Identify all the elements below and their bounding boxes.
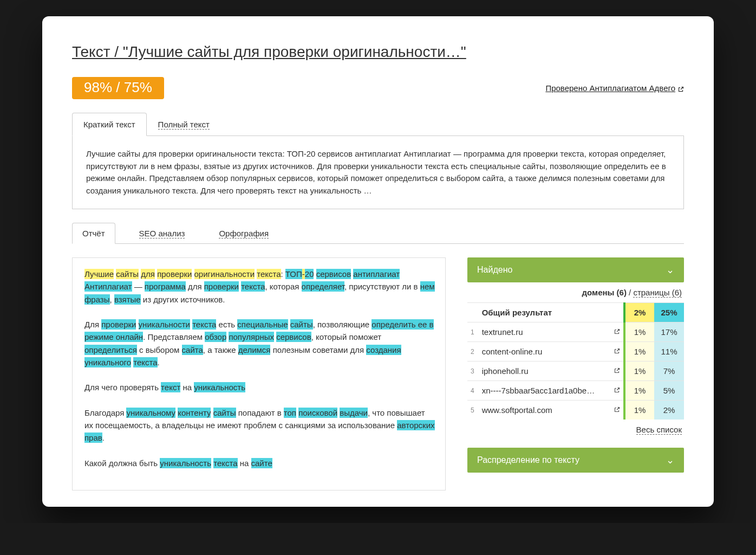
table-row[interactable]: 1textrunet.ru1%17%	[467, 322, 684, 342]
table-row[interactable]: 2content-online.ru1%11%	[467, 342, 684, 362]
row-domain: content-online.ru	[479, 342, 610, 362]
row-p2: 5%	[654, 381, 684, 401]
found-table: Общий результат 2% 25% 1textrunet.ru1%17…	[467, 302, 684, 420]
score-row: 98% / 75% Проверено Антиплагиатом Адвего	[72, 77, 684, 99]
domains-filter[interactable]: домены (6)	[582, 288, 627, 297]
row-index: 5	[467, 401, 479, 420]
row-p1: 1%	[624, 381, 654, 401]
dist-title: Распределение по тексту	[477, 455, 579, 465]
external-link-icon[interactable]	[610, 342, 624, 362]
external-link-icon[interactable]	[610, 362, 624, 381]
row-index: 1	[467, 322, 479, 342]
text-paragraph: Лучшие сайты для проверки оригинальности…	[84, 268, 435, 306]
found-panel-header[interactable]: Найдено ⌄	[467, 257, 684, 282]
tab-short-text[interactable]: Краткий текст	[72, 113, 147, 136]
row-domain: xn----7sbbaar5acc1ard1a0be…	[479, 381, 610, 401]
side-panel: Найдено ⌄ домены (6) / страницы (6) Общи…	[467, 257, 684, 491]
report-tabs: Отчёт SEO анализ Орфография	[72, 223, 684, 244]
external-link-icon[interactable]	[610, 322, 624, 342]
distribution-panel-header[interactable]: Распределение по тексту ⌄	[467, 448, 684, 473]
chevron-down-icon: ⌄	[666, 264, 674, 276]
external-link-icon	[677, 85, 684, 92]
tab-spell[interactable]: Орфография	[208, 223, 279, 244]
table-row[interactable]: 3iphoneholl.ru1%7%	[467, 362, 684, 381]
row-p1: 1%	[624, 342, 654, 362]
total-p2: 25%	[654, 303, 684, 322]
row-domain: iphoneholl.ru	[479, 362, 610, 381]
row-index: 2	[467, 342, 479, 362]
found-title: Найдено	[477, 265, 512, 275]
row-p1: 1%	[624, 362, 654, 381]
tab-report[interactable]: Отчёт	[72, 223, 115, 244]
row-domain: www.softportal.com	[479, 401, 610, 420]
page-title[interactable]: Текст / "Лучшие сайты для проверки ориги…	[72, 43, 684, 61]
total-row: Общий результат 2% 25%	[467, 303, 684, 322]
external-link-icon[interactable]	[610, 401, 624, 420]
text-paragraph: Благодаря уникальному контенту сайты поп…	[84, 406, 435, 444]
text-tabs: Краткий текст Полный текст	[72, 113, 684, 136]
score-badge: 98% / 75%	[72, 77, 164, 99]
plagiarism-report-card: Текст / "Лучшие сайты для проверки ориги…	[42, 16, 714, 507]
checked-by-link[interactable]: Проверено Антиплагиатом Адвего	[545, 83, 684, 93]
found-filter: домены (6) / страницы (6)	[467, 282, 684, 302]
row-p1: 1%	[624, 401, 654, 420]
row-p2: 7%	[654, 362, 684, 381]
row-index: 3	[467, 362, 479, 381]
row-domain: textrunet.ru	[479, 322, 610, 342]
row-p2: 11%	[654, 342, 684, 362]
chevron-down-icon: ⌄	[666, 454, 674, 466]
all-list-link[interactable]: Весь список	[467, 420, 684, 448]
row-index: 4	[467, 381, 479, 401]
total-p1: 2%	[624, 303, 654, 322]
text-paragraph: Какой должна быть уникальность текста на…	[84, 457, 435, 469]
row-p2: 2%	[654, 401, 684, 420]
tab-seo[interactable]: SEO анализ	[129, 223, 195, 244]
tab-full-text[interactable]: Полный текст	[147, 113, 221, 136]
row-p2: 17%	[654, 322, 684, 342]
external-link-icon[interactable]	[610, 381, 624, 401]
row-p1: 1%	[624, 322, 654, 342]
table-row[interactable]: 5www.softportal.com1%2%	[467, 401, 684, 420]
pages-filter[interactable]: страницы (6)	[633, 288, 682, 298]
text-paragraph: Для проверки уникальности текста есть сп…	[84, 318, 435, 369]
summary-text: Лучшие сайты для проверки оригинальности…	[72, 136, 684, 209]
table-row[interactable]: 4xn----7sbbaar5acc1ard1a0be…1%5%	[467, 381, 684, 401]
checked-by-text: Проверено Антиплагиатом Адвего	[545, 83, 675, 93]
text-paragraph: Для чего проверять текст на уникальность	[84, 381, 435, 393]
highlighted-text-panel[interactable]: Лучшие сайты для проверки оригинальности…	[72, 257, 446, 491]
total-label: Общий результат	[479, 303, 610, 322]
report-area: Лучшие сайты для проверки оригинальности…	[72, 257, 684, 491]
